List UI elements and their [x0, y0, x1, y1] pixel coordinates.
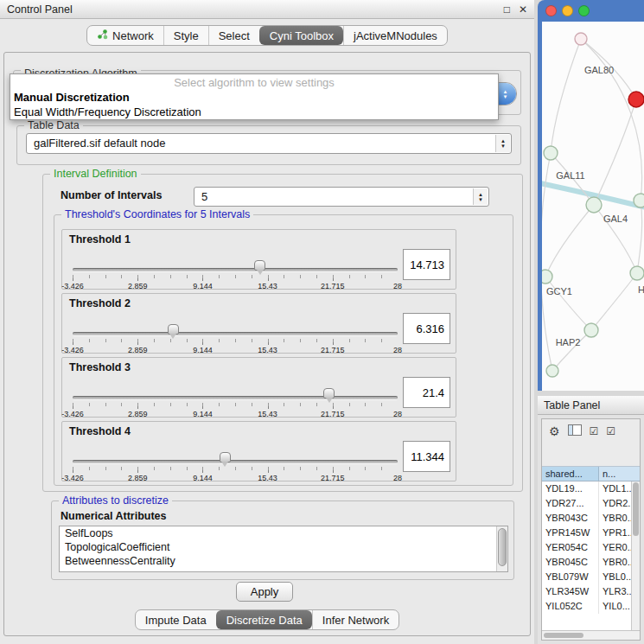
table-row[interactable]: YBL079WYBL0... [542, 570, 640, 584]
float-window-icon[interactable]: □ [504, 3, 510, 16]
scale-tick-label: 15.43 [258, 282, 277, 290]
tab-infer-network[interactable]: Infer Network [312, 610, 399, 629]
tab-select[interactable]: Select [208, 26, 259, 45]
table-cell[interactable]: YDL19... [542, 481, 599, 496]
slider-track[interactable] [73, 396, 398, 399]
threshold-slider[interactable]: -3.4262.8599.14415.4321.71528 [73, 247, 398, 289]
close-window-icon[interactable]: ✕ [519, 3, 527, 16]
attributes-group: Attributes to discretize Numerical Attri… [51, 501, 514, 580]
network-canvas[interactable]: GAL80GAL11GAL4GCY1HHAP2 [542, 22, 644, 391]
threshold-slider[interactable]: -3.4262.8599.14415.4321.71528 [73, 375, 398, 417]
columns-icon[interactable] [568, 424, 582, 438]
scrollbar-thumb[interactable] [633, 482, 639, 536]
scrollbar-thumb[interactable] [498, 528, 507, 566]
threshold-value-field[interactable] [403, 377, 450, 408]
column-header-name[interactable]: n... [599, 467, 640, 481]
threshold-slider[interactable]: -3.4262.8599.14415.4321.71528 [73, 439, 398, 481]
table-cell[interactable]: YBR043C [542, 511, 599, 526]
numerical-attributes-list[interactable]: SelfLoops TopologicalCoefficient Between… [59, 526, 508, 572]
table-row[interactable]: YDR27...YDR2... [542, 496, 640, 511]
dropdown-item-equal-width[interactable]: Equal Width/Frequency Discretization [10, 105, 498, 119]
column-header-shared-name[interactable]: shared... [542, 467, 599, 481]
list-item[interactable]: BetweennessCentrality [60, 554, 507, 568]
table-row[interactable]: YDL19...YDL1... [542, 481, 640, 496]
network-node[interactable] [584, 323, 598, 337]
slider-thumb[interactable] [220, 452, 231, 462]
combobox-stepper-icon[interactable]: ▲ ▼ [473, 188, 488, 205]
table-cell[interactable]: YLR345W [542, 584, 599, 599]
threshold-value-field[interactable] [403, 249, 450, 280]
tab-network[interactable]: Network [87, 26, 163, 45]
table-row[interactable]: YBR043CYBR0... [542, 511, 640, 526]
table-row[interactable]: YIL052CYIL0... [542, 599, 640, 614]
tab-impute-data[interactable]: Impute Data [136, 610, 216, 629]
tab-infer-network-label: Infer Network [322, 614, 389, 627]
network-node[interactable] [630, 266, 644, 280]
table-data-combobox[interactable]: galFiltered.sif default node ▲ ▼ [26, 133, 512, 154]
list-item[interactable]: SelfLoops [60, 526, 507, 540]
close-traffic-icon[interactable] [545, 5, 557, 16]
combobox-stepper-icon[interactable]: ▲ ▼ [495, 135, 510, 152]
list-scrollbar[interactable] [496, 526, 507, 571]
slider-thumb[interactable] [323, 388, 335, 399]
network-node[interactable] [542, 270, 552, 284]
list-item[interactable]: TopologicalCoefficient [60, 540, 507, 554]
slider-track[interactable] [73, 332, 398, 335]
tab-style[interactable]: Style [163, 26, 208, 45]
network-edge[interactable] [581, 39, 642, 201]
slider-track[interactable] [73, 268, 398, 271]
control-panel-title: Control Panel [7, 3, 73, 16]
scrollbar-thumb[interactable] [544, 633, 583, 638]
scale-tick-label: 2.859 [128, 346, 148, 354]
network-edge[interactable] [551, 39, 581, 153]
table-cell[interactable]: YER054C [542, 540, 599, 555]
table-row[interactable]: YPR145WYPR1... [542, 526, 640, 540]
table-vertical-scrollbar[interactable] [631, 481, 640, 630]
table-cell[interactable]: YBR045C [542, 555, 599, 570]
network-node[interactable] [628, 92, 644, 107]
network-node[interactable] [575, 33, 587, 45]
scale-tick-label: 2.859 [128, 474, 148, 482]
slider-thumb[interactable] [168, 324, 179, 335]
network-node[interactable] [544, 146, 558, 160]
table-row[interactable]: YER054CYER0... [542, 540, 640, 555]
table-cell[interactable]: YBL079W [542, 570, 599, 584]
tab-jactivemnodules[interactable]: jActiveMNodules [343, 26, 447, 45]
threshold-slider[interactable]: -3.4262.8599.14415.4321.71528 [73, 311, 398, 353]
slider-track[interactable] [73, 460, 398, 463]
number-of-intervals-label: Number of Intervals [61, 189, 162, 201]
table-horizontal-scrollbar[interactable] [542, 630, 640, 640]
gear-icon[interactable]: ⚙ [549, 424, 560, 438]
dropdown-item-manual-discretization[interactable]: Manual Discretization [10, 90, 498, 105]
network-edge[interactable] [591, 273, 637, 330]
table-cell[interactable]: YIL052C [542, 599, 599, 614]
scale-tick-label: 28 [393, 282, 402, 290]
apply-button[interactable]: Apply [236, 582, 293, 602]
numerical-attributes-label: Numerical Attributes [61, 510, 166, 522]
network-node-label: H [638, 284, 644, 295]
network-graph[interactable]: GAL80GAL11GAL4GCY1HHAP2 [542, 22, 644, 391]
threshold-value-field[interactable] [403, 313, 450, 344]
tab-discretize-data[interactable]: Discretize Data [216, 610, 312, 629]
scale-tick-label: 15.43 [258, 474, 277, 482]
table-cell[interactable]: YPR145W [542, 526, 599, 540]
zoom-traffic-icon[interactable] [578, 5, 590, 16]
table-row[interactable]: YBR045CYBR0... [542, 555, 640, 570]
network-edge[interactable] [637, 201, 642, 273]
bottom-tab-bar: Impute Data Discretize Data Infer Networ… [4, 609, 530, 630]
network-edge[interactable] [594, 99, 636, 205]
network-node[interactable] [634, 194, 644, 207]
network-edge[interactable] [545, 205, 594, 277]
table-row[interactable]: YLR345WYLR3... [542, 584, 640, 599]
select-all-icon[interactable]: ☑ [590, 425, 599, 437]
network-node[interactable] [586, 197, 602, 213]
select-none-icon[interactable]: ☑ [606, 425, 615, 437]
threshold-value-field[interactable] [403, 441, 450, 472]
slider-thumb[interactable] [254, 260, 265, 271]
network-edge[interactable] [545, 277, 591, 330]
table-cell[interactable]: YDR27... [542, 496, 599, 511]
tab-cyni-toolbox[interactable]: Cyni Toolbox [259, 26, 343, 45]
number-of-intervals-combobox[interactable]: 5 ▲ ▼ [194, 187, 489, 207]
minimize-traffic-icon[interactable] [562, 5, 573, 16]
network-node[interactable] [546, 365, 558, 377]
